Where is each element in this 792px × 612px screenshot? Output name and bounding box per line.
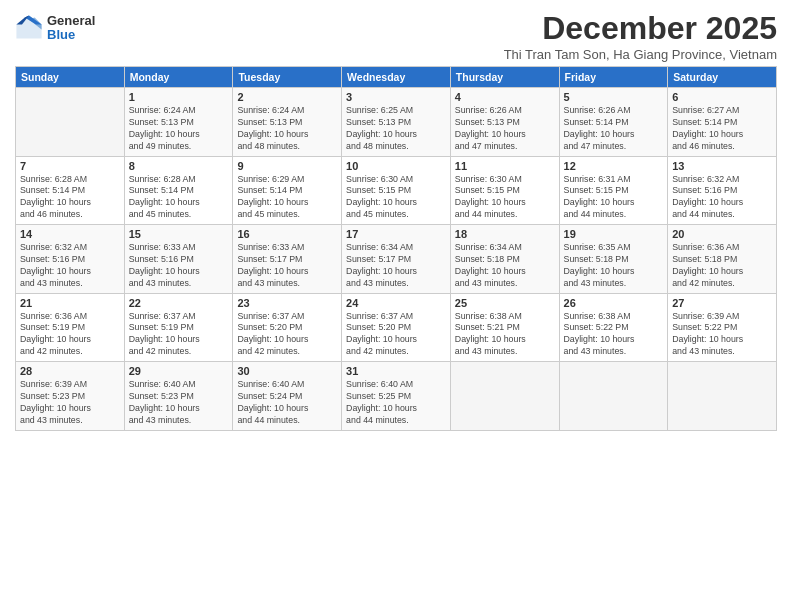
day-info: Sunrise: 6:24 AMSunset: 5:13 PMDaylight:…: [129, 105, 229, 153]
calendar-header-thursday: Thursday: [450, 67, 559, 88]
day-info: Sunrise: 6:40 AMSunset: 5:23 PMDaylight:…: [129, 379, 229, 427]
calendar-week-row: 14Sunrise: 6:32 AMSunset: 5:16 PMDayligh…: [16, 225, 777, 294]
day-number: 14: [20, 228, 120, 240]
day-number: 21: [20, 297, 120, 309]
day-info: Sunrise: 6:33 AMSunset: 5:16 PMDaylight:…: [129, 242, 229, 290]
day-number: 10: [346, 160, 446, 172]
calendar-cell: 16Sunrise: 6:33 AMSunset: 5:17 PMDayligh…: [233, 225, 342, 294]
day-info: Sunrise: 6:28 AMSunset: 5:14 PMDaylight:…: [129, 174, 229, 222]
day-info: Sunrise: 6:26 AMSunset: 5:13 PMDaylight:…: [455, 105, 555, 153]
calendar-cell: 9Sunrise: 6:29 AMSunset: 5:14 PMDaylight…: [233, 156, 342, 225]
calendar-cell: 21Sunrise: 6:36 AMSunset: 5:19 PMDayligh…: [16, 293, 125, 362]
calendar-cell: [559, 362, 668, 431]
day-info: Sunrise: 6:36 AMSunset: 5:18 PMDaylight:…: [672, 242, 772, 290]
calendar-header-saturday: Saturday: [668, 67, 777, 88]
day-number: 11: [455, 160, 555, 172]
calendar-cell: 28Sunrise: 6:39 AMSunset: 5:23 PMDayligh…: [16, 362, 125, 431]
calendar-week-row: 21Sunrise: 6:36 AMSunset: 5:19 PMDayligh…: [16, 293, 777, 362]
calendar-cell: 15Sunrise: 6:33 AMSunset: 5:16 PMDayligh…: [124, 225, 233, 294]
day-number: 28: [20, 365, 120, 377]
calendar-cell: 27Sunrise: 6:39 AMSunset: 5:22 PMDayligh…: [668, 293, 777, 362]
day-info: Sunrise: 6:24 AMSunset: 5:13 PMDaylight:…: [237, 105, 337, 153]
day-info: Sunrise: 6:39 AMSunset: 5:22 PMDaylight:…: [672, 311, 772, 359]
calendar-cell: 24Sunrise: 6:37 AMSunset: 5:20 PMDayligh…: [342, 293, 451, 362]
calendar-header-wednesday: Wednesday: [342, 67, 451, 88]
calendar-cell: 19Sunrise: 6:35 AMSunset: 5:18 PMDayligh…: [559, 225, 668, 294]
logo-icon: [15, 14, 43, 42]
day-number: 6: [672, 91, 772, 103]
calendar-week-row: 7Sunrise: 6:28 AMSunset: 5:14 PMDaylight…: [16, 156, 777, 225]
calendar-header-row: SundayMondayTuesdayWednesdayThursdayFrid…: [16, 67, 777, 88]
day-info: Sunrise: 6:30 AMSunset: 5:15 PMDaylight:…: [455, 174, 555, 222]
day-number: 24: [346, 297, 446, 309]
day-info: Sunrise: 6:38 AMSunset: 5:22 PMDaylight:…: [564, 311, 664, 359]
day-number: 15: [129, 228, 229, 240]
calendar-cell: 31Sunrise: 6:40 AMSunset: 5:25 PMDayligh…: [342, 362, 451, 431]
calendar-cell: 13Sunrise: 6:32 AMSunset: 5:16 PMDayligh…: [668, 156, 777, 225]
calendar-cell: 1Sunrise: 6:24 AMSunset: 5:13 PMDaylight…: [124, 88, 233, 157]
calendar-header-monday: Monday: [124, 67, 233, 88]
day-info: Sunrise: 6:40 AMSunset: 5:25 PMDaylight:…: [346, 379, 446, 427]
day-number: 16: [237, 228, 337, 240]
day-info: Sunrise: 6:36 AMSunset: 5:19 PMDaylight:…: [20, 311, 120, 359]
calendar-cell: 4Sunrise: 6:26 AMSunset: 5:13 PMDaylight…: [450, 88, 559, 157]
day-number: 27: [672, 297, 772, 309]
logo-text: General Blue: [47, 14, 95, 43]
logo-blue: Blue: [47, 28, 95, 42]
day-number: 20: [672, 228, 772, 240]
day-info: Sunrise: 6:39 AMSunset: 5:23 PMDaylight:…: [20, 379, 120, 427]
day-info: Sunrise: 6:29 AMSunset: 5:14 PMDaylight:…: [237, 174, 337, 222]
subtitle: Thi Tran Tam Son, Ha Giang Province, Vie…: [504, 47, 777, 62]
calendar-header-friday: Friday: [559, 67, 668, 88]
day-info: Sunrise: 6:32 AMSunset: 5:16 PMDaylight:…: [20, 242, 120, 290]
day-number: 19: [564, 228, 664, 240]
day-info: Sunrise: 6:40 AMSunset: 5:24 PMDaylight:…: [237, 379, 337, 427]
day-info: Sunrise: 6:30 AMSunset: 5:15 PMDaylight:…: [346, 174, 446, 222]
calendar-cell: 12Sunrise: 6:31 AMSunset: 5:15 PMDayligh…: [559, 156, 668, 225]
calendar-cell: 20Sunrise: 6:36 AMSunset: 5:18 PMDayligh…: [668, 225, 777, 294]
logo-general: General: [47, 14, 95, 28]
day-info: Sunrise: 6:31 AMSunset: 5:15 PMDaylight:…: [564, 174, 664, 222]
day-number: 12: [564, 160, 664, 172]
day-number: 25: [455, 297, 555, 309]
calendar-cell: 5Sunrise: 6:26 AMSunset: 5:14 PMDaylight…: [559, 88, 668, 157]
header: General Blue December 2025 Thi Tran Tam …: [15, 10, 777, 62]
day-number: 13: [672, 160, 772, 172]
day-info: Sunrise: 6:37 AMSunset: 5:19 PMDaylight:…: [129, 311, 229, 359]
day-number: 7: [20, 160, 120, 172]
day-number: 8: [129, 160, 229, 172]
calendar-cell: 18Sunrise: 6:34 AMSunset: 5:18 PMDayligh…: [450, 225, 559, 294]
day-info: Sunrise: 6:35 AMSunset: 5:18 PMDaylight:…: [564, 242, 664, 290]
calendar-cell: 22Sunrise: 6:37 AMSunset: 5:19 PMDayligh…: [124, 293, 233, 362]
calendar-header-sunday: Sunday: [16, 67, 125, 88]
calendar-cell: 7Sunrise: 6:28 AMSunset: 5:14 PMDaylight…: [16, 156, 125, 225]
day-info: Sunrise: 6:26 AMSunset: 5:14 PMDaylight:…: [564, 105, 664, 153]
day-number: 18: [455, 228, 555, 240]
calendar-week-row: 1Sunrise: 6:24 AMSunset: 5:13 PMDaylight…: [16, 88, 777, 157]
day-info: Sunrise: 6:38 AMSunset: 5:21 PMDaylight:…: [455, 311, 555, 359]
day-number: 9: [237, 160, 337, 172]
day-info: Sunrise: 6:28 AMSunset: 5:14 PMDaylight:…: [20, 174, 120, 222]
calendar-cell: 11Sunrise: 6:30 AMSunset: 5:15 PMDayligh…: [450, 156, 559, 225]
calendar-table: SundayMondayTuesdayWednesdayThursdayFrid…: [15, 66, 777, 431]
day-info: Sunrise: 6:32 AMSunset: 5:16 PMDaylight:…: [672, 174, 772, 222]
day-info: Sunrise: 6:37 AMSunset: 5:20 PMDaylight:…: [237, 311, 337, 359]
calendar-cell: 3Sunrise: 6:25 AMSunset: 5:13 PMDaylight…: [342, 88, 451, 157]
calendar-cell: 14Sunrise: 6:32 AMSunset: 5:16 PMDayligh…: [16, 225, 125, 294]
calendar-cell: 2Sunrise: 6:24 AMSunset: 5:13 PMDaylight…: [233, 88, 342, 157]
day-number: 29: [129, 365, 229, 377]
calendar-cell: 23Sunrise: 6:37 AMSunset: 5:20 PMDayligh…: [233, 293, 342, 362]
calendar-cell: 8Sunrise: 6:28 AMSunset: 5:14 PMDaylight…: [124, 156, 233, 225]
calendar-cell: 6Sunrise: 6:27 AMSunset: 5:14 PMDaylight…: [668, 88, 777, 157]
month-title: December 2025: [504, 10, 777, 47]
calendar-cell: [16, 88, 125, 157]
day-number: 26: [564, 297, 664, 309]
day-info: Sunrise: 6:25 AMSunset: 5:13 PMDaylight:…: [346, 105, 446, 153]
day-number: 5: [564, 91, 664, 103]
day-info: Sunrise: 6:34 AMSunset: 5:17 PMDaylight:…: [346, 242, 446, 290]
day-number: 4: [455, 91, 555, 103]
day-number: 31: [346, 365, 446, 377]
calendar-cell: [450, 362, 559, 431]
day-number: 17: [346, 228, 446, 240]
calendar-header-tuesday: Tuesday: [233, 67, 342, 88]
